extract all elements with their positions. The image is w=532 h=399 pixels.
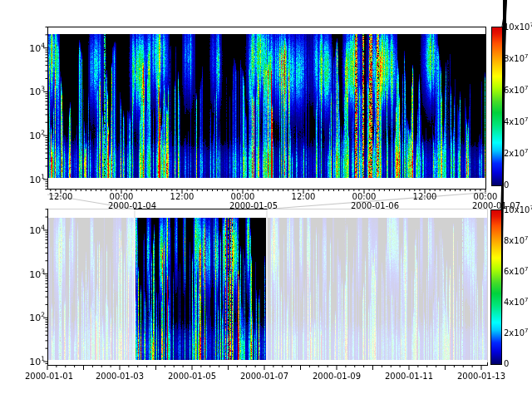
colorbar-tick-label: 8x107 <box>504 53 528 63</box>
colorbar-tick-label: 6x107 <box>504 85 528 95</box>
x-tick-label: 12:00 <box>413 192 437 201</box>
x-tick-label: 12:00 <box>292 192 316 201</box>
x-tick-label: 2000-01-11 <box>385 372 433 381</box>
x-tick-label: 00:00 <box>110 192 134 201</box>
x-tick-label: 2000-01-07 <box>240 372 288 381</box>
detail-spectrogram-canvas[interactable] <box>48 34 485 178</box>
detail-colorbar <box>491 27 503 186</box>
y-tick-label: 101 <box>17 355 45 367</box>
x-tick-label: 00:00 <box>474 192 498 201</box>
x-tick-label: 12:00 <box>170 192 195 201</box>
dimmed-region-right <box>268 209 489 363</box>
colorbar-tick-label: 4x107 <box>504 297 528 307</box>
x-tick-label: 2000-01-13 <box>457 372 505 381</box>
x-date-label: 2000-01-05 <box>229 201 278 210</box>
y-tick-label: 101 <box>17 173 45 185</box>
y-tick-label: 104 <box>17 224 45 236</box>
colorbar-tick-label: 4x107 <box>504 116 528 126</box>
colorbar-tick-label: 8x107 <box>504 235 528 245</box>
y-tick-label: 102 <box>17 129 45 141</box>
colorbar-tick-label: 0 <box>504 359 509 368</box>
x-tick-label: 2000-01-01 <box>25 372 73 381</box>
selection-region[interactable] <box>134 209 267 366</box>
spectrogram-browser: 10110210310410110210310412:0000:0012:000… <box>0 0 532 399</box>
colorbar-tick-label: 6x107 <box>504 266 528 276</box>
colorbar-tick-label: 10x107 <box>504 22 532 32</box>
colorbar-tick-label: 2x107 <box>504 148 528 158</box>
colorbar-tick-label: 2x107 <box>504 328 528 337</box>
y-tick-label: 103 <box>17 86 45 98</box>
y-tick-label: 103 <box>17 268 45 280</box>
dimmed-region-left <box>48 209 135 363</box>
x-tick-label: 12:00 <box>49 192 73 201</box>
x-date-label: 2000-01-04 <box>108 201 156 210</box>
x-tick-label: 2000-01-05 <box>168 372 216 381</box>
x-tick-label: 00:00 <box>352 192 377 201</box>
x-tick-label: 2000-01-09 <box>313 372 361 381</box>
x-tick-label: 2000-01-03 <box>96 372 144 381</box>
x-date-label: 2000-01-06 <box>351 201 399 210</box>
y-tick-label: 102 <box>17 312 45 324</box>
colorbar-tick-label: 10x107 <box>504 204 532 214</box>
y-tick-label: 104 <box>17 42 45 54</box>
context-colorbar <box>490 209 502 365</box>
x-tick-label: 00:00 <box>231 192 255 201</box>
colorbar-tick-label: 0 <box>504 180 509 190</box>
